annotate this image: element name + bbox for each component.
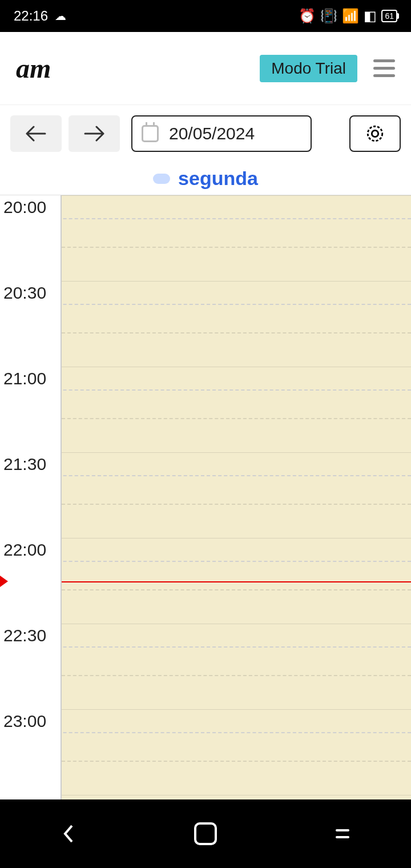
time-label: 21:30 [3,455,46,474]
time-label: 21:00 [3,369,46,388]
alarm-icon: ⏰ [299,8,316,24]
settings-button[interactable] [349,115,401,152]
system-nav-bar [0,799,411,868]
chevron-left-icon [58,823,79,844]
time-slot[interactable] [62,624,411,709]
menu-lines-icon [332,823,353,844]
status-icons: ⏰ 📳 📶 ◧ 61 [299,8,397,24]
cloud-icon: ☁ [55,9,66,23]
calendar-body[interactable]: 20:0020:3021:0021:3022:0022:3023:0023:30 [0,195,411,799]
date-picker[interactable]: 20/05/2024 [131,115,312,152]
battery-icon: 61 [381,10,397,22]
system-back-button[interactable] [55,820,82,847]
next-day-button[interactable] [68,115,120,152]
day-indicator-pill [153,174,170,184]
day-name[interactable]: segunda [178,167,258,190]
app-logo[interactable]: am [16,53,51,84]
time-label: 22:00 [3,540,46,560]
time-slot[interactable] [62,795,411,799]
arrow-right-icon [84,126,104,142]
time-slot[interactable] [62,195,411,281]
no-sim-icon: ◧ [364,8,377,24]
time-label: 23:00 [3,712,46,731]
current-time-line [62,581,411,582]
time-slot[interactable] [62,709,411,795]
calendar-slots[interactable] [62,195,411,799]
time-label: 20:00 [3,198,46,217]
toolbar: 20/05/2024 [0,105,411,162]
trial-badge[interactable]: Modo Trial [260,55,357,82]
system-home-button[interactable] [192,820,219,847]
time-slot[interactable] [62,281,411,367]
svg-point-0 [368,126,382,141]
calendar-icon [142,125,159,142]
time-label: 20:30 [3,283,46,303]
status-bar: 22:16 ☁ ⏰ 📳 📶 ◧ 61 [0,0,411,32]
square-icon [194,822,217,845]
prev-day-button[interactable] [10,115,62,152]
svg-point-1 [372,130,378,136]
app-header: am Modo Trial [0,32,411,105]
time-slot[interactable] [62,538,411,624]
gear-icon [365,124,385,143]
wifi-icon: 📶 [342,8,359,24]
date-text: 20/05/2024 [169,124,255,143]
vibrate-icon: 📳 [320,8,337,24]
current-time-marker-icon [0,576,8,587]
time-label: 22:30 [3,626,46,645]
time-slot[interactable] [62,367,411,452]
arrow-left-icon [26,126,46,142]
hamburger-menu-icon[interactable] [373,59,395,77]
status-time: 22:16 [14,8,48,24]
time-slot[interactable] [62,452,411,538]
time-column: 20:0020:3021:0021:3022:0022:3023:0023:30 [0,195,62,799]
system-recent-button[interactable] [329,820,356,847]
day-header: segunda [0,162,411,195]
